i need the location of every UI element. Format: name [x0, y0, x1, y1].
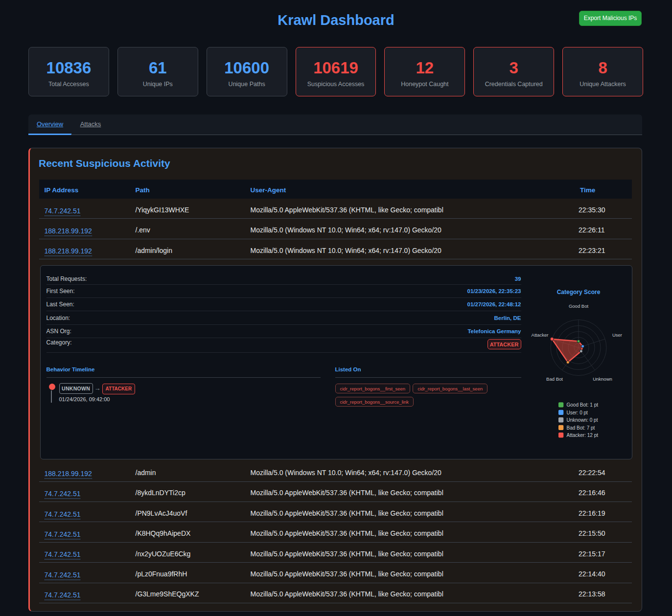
svg-text:Good Bot: Good Bot [568, 303, 588, 309]
svg-text:Bad Bot: 7 pt: Bad Bot: 7 pt [566, 425, 595, 431]
svg-text:User: 0 pt: User: 0 pt [566, 410, 588, 415]
svg-text:Attacker: 12 pt: Attacker: 12 pt [566, 433, 598, 438]
svg-text:Category Score: Category Score [556, 289, 600, 296]
svg-text:Unknown: 0 pt: Unknown: 0 pt [566, 417, 598, 423]
svg-text:Good Bot: 1 pt: Good Bot: 1 pt [566, 403, 598, 408]
svg-text:Bad Bot: Bad Bot [546, 376, 563, 382]
svg-text:Attacker: Attacker [531, 332, 548, 338]
svg-text:Unknown: Unknown [593, 376, 612, 382]
svg-text:User: User [612, 332, 622, 338]
